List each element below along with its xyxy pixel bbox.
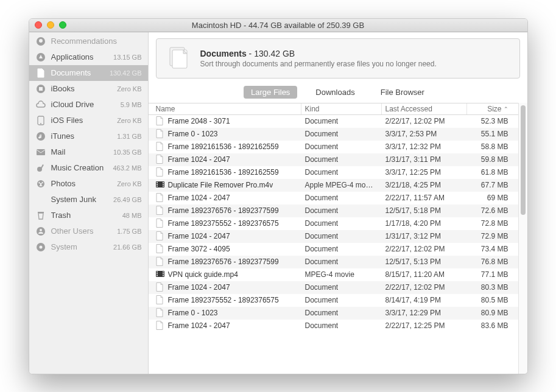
file-accessed: 3/3/17, 12:32 PM [382, 142, 467, 151]
tab-bar: Large FilesDownloadsFile Browser [149, 85, 527, 100]
sidebar-item-label: iOS Files [51, 116, 115, 125]
table-row[interactable]: Frame 3072 - 4095 Document 2/22/17, 12:0… [149, 243, 518, 256]
svg-rect-8 [37, 149, 45, 155]
storage-management-window: Macintosh HD - 44.74 GB available of 250… [29, 18, 528, 374]
table-row[interactable]: Frame 1024 - 2047 Document 2/22/17, 12:0… [149, 281, 518, 294]
table-row[interactable]: Frame 1024 - 2047 Document 2/22/17, 11:5… [149, 192, 518, 205]
table-row[interactable]: Frame 1892376576 - 1892377599 Document 1… [149, 205, 518, 217]
svg-point-19 [39, 245, 42, 248]
file-size: 76.8 MB [467, 257, 512, 266]
sidebar-item-size: 463.2 MB [113, 164, 141, 172]
file-kind: Document [301, 168, 382, 177]
zoom-button[interactable] [59, 21, 66, 29]
file-name: Frame 1892376576 - 1892377599 [168, 257, 279, 266]
svg-rect-4 [39, 87, 43, 91]
table-row[interactable]: Frame 1024 - 2047 Document 1/31/17, 3:12… [149, 230, 518, 243]
sidebar-item-applications[interactable]: Applications 13.15 GB [29, 49, 148, 65]
lightbulb-icon [35, 36, 46, 47]
column-header-size[interactable]: Size⌃ [467, 103, 512, 114]
tab-large-files[interactable]: Large Files [244, 86, 297, 99]
sidebar-item-photos[interactable]: Photos Zero KB [29, 176, 148, 192]
sidebar-item-ios-files[interactable]: iOS Files Zero KB [29, 113, 148, 128]
file-name: VPN quick guide.mp4 [168, 270, 238, 279]
sidebar-item-size: 13.15 GB [113, 54, 141, 61]
close-button[interactable] [35, 21, 42, 29]
scrollbar[interactable] [518, 103, 527, 374]
tab-downloads[interactable]: Downloads [308, 86, 362, 99]
sidebar-item-label: Applications [51, 52, 111, 61]
table-row[interactable]: Frame 0 - 1023 Document 3/3/17, 12:29 PM… [149, 307, 518, 320]
file-icon [156, 219, 164, 228]
sidebar-item-label: Documents [51, 68, 107, 77]
table-row[interactable]: Frame 0 - 1023 Document 3/3/17, 2:53 PM … [149, 128, 518, 141]
svg-rect-34 [163, 273, 164, 275]
file-size: 73.4 MB [467, 245, 512, 253]
svg-rect-28 [163, 186, 164, 187]
sidebar-item-itunes[interactable]: iTunes 1.31 GB [29, 128, 148, 144]
file-icon [156, 321, 164, 331]
sidebar-item-size: Zero KB [117, 180, 141, 187]
doc-icon [35, 68, 46, 79]
sidebar-item-ibooks[interactable]: iBooks Zero KB [29, 81, 148, 97]
sidebar-item-label: Mail [51, 147, 111, 156]
sidebar-item-music-creation[interactable]: Music Creation 463.2 MB [29, 160, 148, 176]
tab-file-browser[interactable]: File Browser [373, 86, 432, 99]
svg-rect-31 [157, 273, 158, 275]
sidebar-item-trash[interactable]: Trash 48 MB [29, 208, 148, 223]
sidebar-item-documents[interactable]: Documents 130.42 GB [29, 65, 148, 81]
table-row[interactable]: Frame 1892375552 - 1892376575 Document 1… [149, 217, 518, 230]
sidebar-item-label: Trash [51, 211, 120, 220]
svg-point-13 [41, 183, 44, 186]
file-kind: MPEG-4 movie [301, 270, 382, 279]
table-row[interactable]: Duplicate File Remover Pro.m4v Apple MPE… [149, 179, 518, 192]
file-size: 61.8 MB [467, 168, 512, 177]
table-row[interactable]: VPN quick guide.mp4 MPEG-4 movie 8/15/17… [149, 268, 518, 281]
sidebar-item-system-junk[interactable]: System Junk 26.49 GB [29, 192, 148, 208]
mail-icon [35, 147, 46, 158]
column-header-kind[interactable]: Kind [301, 103, 382, 114]
file-size: 72.9 MB [467, 232, 512, 240]
sort-ascending-icon: ⌃ [504, 106, 508, 112]
table-row[interactable]: Frame 1892375552 - 1892376575 Document 8… [149, 294, 518, 307]
file-icon [156, 270, 164, 279]
file-size: 77.1 MB [467, 270, 512, 279]
file-accessed: 3/3/17, 2:53 PM [382, 130, 467, 138]
svg-rect-33 [163, 271, 164, 273]
column-header-name[interactable]: Name [152, 103, 301, 114]
titlebar[interactable]: Macintosh HD - 44.74 GB available of 250… [29, 19, 527, 32]
file-accessed: 3/3/17, 12:29 PM [382, 309, 467, 317]
table-header: Name Kind Last Accessed Size⌃ [149, 103, 518, 115]
sidebar-item-icloud-drive[interactable]: iCloud Drive 5.9 MB [29, 97, 148, 113]
scrollbar-thumb[interactable] [521, 105, 526, 215]
sidebar-item-label: Recommendations [51, 37, 139, 46]
sidebar-item-other-users[interactable]: Other Users 1.75 GB [29, 223, 148, 239]
file-size: 58.8 MB [467, 142, 512, 151]
file-accessed: 12/5/17, 5:13 PM [382, 257, 467, 266]
sidebar-item-label: Other Users [51, 226, 115, 236]
table-row[interactable]: Frame 1892161536 - 1892162559 Document 3… [149, 166, 518, 179]
table-row[interactable]: Frame 2048 - 3071 Document 2/22/17, 12:0… [149, 115, 518, 128]
guitar-icon [35, 163, 46, 173]
table-row[interactable]: Frame 1024 - 2047 Document 1/31/17, 3:11… [149, 153, 518, 166]
header-box: Documents - 130.42 GB Sort through docum… [156, 38, 520, 79]
table-row[interactable]: Frame 1024 - 2047 Document 2/22/17, 12:2… [149, 320, 518, 332]
column-header-accessed[interactable]: Last Accessed [382, 103, 467, 114]
svg-rect-32 [157, 275, 158, 276]
sidebar-item-recommendations[interactable]: Recommendations [29, 33, 148, 49]
file-name: Frame 1892161536 - 1892162559 [168, 142, 279, 151]
documents-stack-icon [165, 45, 192, 72]
minimize-button[interactable] [47, 21, 54, 29]
file-icon [156, 167, 164, 177]
sidebar-item-system[interactable]: System 21.66 GB [29, 239, 148, 255]
file-size: 67.7 MB [467, 181, 512, 189]
table-row[interactable]: Frame 1892376576 - 1892377599 Document 1… [149, 256, 518, 268]
sidebar-item-mail[interactable]: Mail 10.35 GB [29, 144, 148, 160]
file-name: Frame 1892161536 - 1892162559 [168, 168, 279, 177]
sidebar-item-label: Music Creation [51, 163, 111, 172]
table-rows[interactable]: Frame 2048 - 3071 Document 2/22/17, 12:0… [149, 115, 518, 374]
file-accessed: 2/22/17, 12:02 PM [382, 117, 467, 125]
table-row[interactable]: Frame 1892161536 - 1892162559 Document 3… [149, 141, 518, 153]
sidebar-item-label: System [51, 242, 111, 251]
file-kind: Document [301, 130, 382, 138]
file-kind: Document [301, 309, 382, 317]
